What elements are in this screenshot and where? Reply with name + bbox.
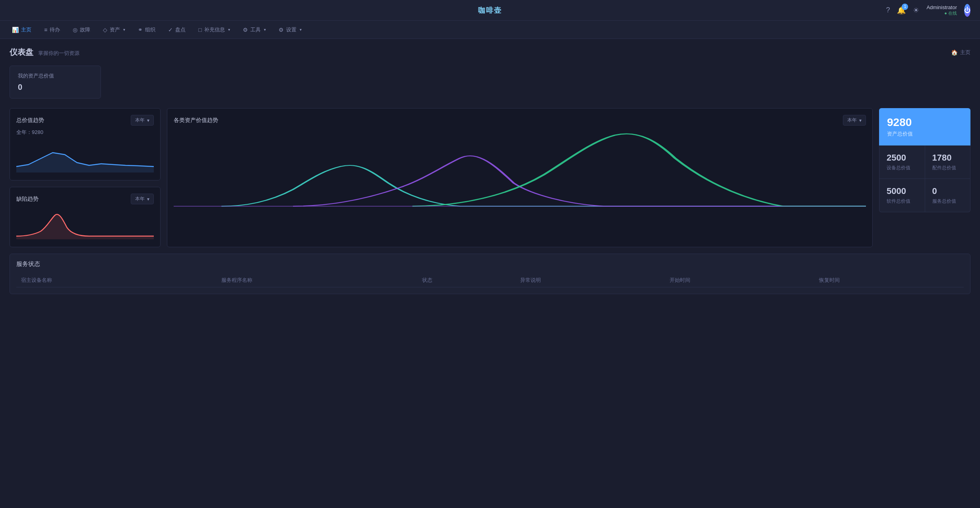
nav-label-todo: 待办 <box>50 26 60 33</box>
topbar: 咖啡壶 ? 🔔 1 ☀ Administrator 在线 ⏻ <box>0 0 980 21</box>
category-chart-title: 各类资产价值趋势 <box>174 117 218 124</box>
stat-card-service: 0 服务总价值 <box>925 179 970 212</box>
stat-parts-number: 1780 <box>932 153 963 163</box>
home-icon: 📊 <box>12 27 19 33</box>
topbar-right: ? 🔔 1 ☀ Administrator 在线 ⏻ <box>891 4 970 17</box>
col-start-time: 开始时间 <box>665 273 814 287</box>
defect-trend-header: 缺陷趋势 本年 ▾ <box>16 194 154 204</box>
nav-item-asset[interactable]: ◇ 资产 ▾ <box>97 23 131 37</box>
asset-value-label: 我的资产总价值 <box>18 72 93 79</box>
svg-marker-0 <box>16 153 154 173</box>
inventory-icon: ✓ <box>168 27 173 33</box>
stat-software-number: 5000 <box>887 186 918 196</box>
defect-trend-chart-card: 缺陷趋势 本年 ▾ <box>10 187 161 247</box>
col-service-name: 服务程序名称 <box>217 273 417 287</box>
tools-icon: ⚙ <box>243 27 248 33</box>
stat-card-total: 9280 资产总价值 <box>879 108 970 145</box>
category-chart-dropdown-arrow: ▾ <box>859 118 862 123</box>
defect-trend-title: 缺陷趋势 <box>16 196 39 203</box>
charts-row: 总价值趋势 本年 ▾ 全年：9280 缺陷趋势 <box>10 108 970 247</box>
stat-total-label: 资产总价值 <box>887 130 963 138</box>
nav-label-supplement: 补充信息 <box>204 26 225 33</box>
category-chart-header: 各类资产价值趋势 本年 ▾ <box>174 115 866 126</box>
service-table-header-row: 宿主设备名称 服务程序名称 状态 异常说明 开始时间 恢复时间 <box>16 273 964 287</box>
stat-software-label: 软件总价值 <box>887 198 918 205</box>
service-table: 宿主设备名称 服务程序名称 状态 异常说明 开始时间 恢复时间 <box>16 273 964 287</box>
app-title: 咖啡壶 <box>89 6 891 15</box>
nav-item-tools[interactable]: ⚙ 工具 ▾ <box>237 23 271 37</box>
page-title-area: 仪表盘 掌握你的一切资源 <box>10 47 79 58</box>
total-trend-period-label: 本年 <box>135 117 145 124</box>
nav-label-asset: 资产 <box>110 26 120 33</box>
defect-trend-dropdown-arrow: ▾ <box>147 196 149 202</box>
supplement-dropdown-arrow: ▾ <box>228 27 230 32</box>
service-table-head: 宿主设备名称 服务程序名称 状态 异常说明 开始时间 恢复时间 <box>16 273 964 287</box>
stat-card-equipment: 2500 设备总价值 <box>879 145 925 178</box>
col-host-device: 宿主设备名称 <box>16 273 217 287</box>
org-icon: ⚭ <box>138 27 143 33</box>
asset-value-card: 我的资产总价值 0 <box>10 66 101 99</box>
stat-card-software: 5000 软件总价值 <box>879 179 925 212</box>
service-status-title: 服务状态 <box>16 260 964 268</box>
total-trend-header: 总价值趋势 本年 ▾ <box>16 115 154 126</box>
nav-label-settings: 设置 <box>286 26 296 33</box>
page-subtitle: 掌握你的一切资源 <box>38 50 79 57</box>
col-exception: 异常说明 <box>515 273 665 287</box>
nav-item-todo[interactable]: ≡ 待办 <box>39 23 66 37</box>
stat-parts-label: 配件总价值 <box>932 165 963 171</box>
theme-icon[interactable]: ☀ <box>913 6 919 15</box>
nav-label-fault: 故障 <box>80 26 90 33</box>
todo-icon: ≡ <box>44 27 47 33</box>
nav-item-inventory[interactable]: ✓ 盘点 <box>163 23 191 37</box>
stat-service-number: 0 <box>932 186 963 196</box>
stat-cards-grid: 2500 设备总价值 1780 配件总价值 5000 软件总价值 0 服务总价值 <box>879 145 970 212</box>
nav-label-tools: 工具 <box>250 26 261 33</box>
nav-label-org: 组织 <box>145 26 155 33</box>
stat-card-parts: 1780 配件总价值 <box>925 145 970 178</box>
total-trend-period-select[interactable]: 本年 ▾ <box>131 115 154 126</box>
total-trend-dropdown-arrow: ▾ <box>147 118 149 123</box>
notification-icon[interactable]: 🔔 1 <box>897 6 906 15</box>
asset-dropdown-arrow: ▾ <box>123 27 125 32</box>
supplement-icon: □ <box>198 27 201 33</box>
nav-label-home: 主页 <box>21 26 31 33</box>
category-chart-period-select[interactable]: 本年 ▾ <box>843 115 866 126</box>
total-trend-svg <box>16 141 154 173</box>
user-name: Administrator <box>926 4 957 10</box>
asset-value-number: 0 <box>18 83 93 92</box>
nav-label-inventory: 盘点 <box>175 26 186 33</box>
stat-equipment-label: 设备总价值 <box>887 165 918 171</box>
stat-service-label: 服务总价值 <box>932 198 963 205</box>
settings-dropdown-arrow: ▾ <box>300 27 302 32</box>
category-chart-svg <box>174 129 866 208</box>
category-chart-period-label: 本年 <box>847 117 857 124</box>
defect-trend-period-label: 本年 <box>135 196 145 202</box>
breadcrumb-label: 主页 <box>960 49 970 56</box>
total-trend-title: 总价值趋势 <box>16 117 44 124</box>
nav-item-settings[interactable]: ⚙ 设置 ▾ <box>273 23 307 37</box>
nav-item-home[interactable]: 📊 主页 <box>6 23 37 37</box>
total-trend-chart-card: 总价值趋势 本年 ▾ 全年：9280 <box>10 108 161 180</box>
power-button[interactable]: ⏻ <box>964 4 970 17</box>
right-stats: 9280 资产总价值 2500 设备总价值 1780 配件总价值 5000 软件… <box>879 108 970 247</box>
fault-icon: ◎ <box>73 27 77 33</box>
breadcrumb[interactable]: 🏠 主页 <box>951 49 970 56</box>
left-charts: 总价值趋势 本年 ▾ 全年：9280 缺陷趋势 <box>10 108 161 247</box>
nav-item-fault[interactable]: ◎ 故障 <box>67 23 96 37</box>
defect-trend-period-select[interactable]: 本年 ▾ <box>131 194 154 204</box>
page-title: 仪表盘 <box>10 47 33 58</box>
col-recovery-time: 恢复时间 <box>814 273 964 287</box>
user-info: Administrator 在线 <box>926 4 957 16</box>
service-section: 服务状态 宿主设备名称 服务程序名称 状态 异常说明 开始时间 恢复时间 <box>10 254 970 294</box>
tools-dropdown-arrow: ▾ <box>264 27 266 32</box>
home-breadcrumb-icon: 🏠 <box>951 49 958 56</box>
asset-icon: ◇ <box>103 27 107 33</box>
defect-trend-svg <box>16 207 154 239</box>
help-icon[interactable]: ? <box>886 6 890 14</box>
page-header: 仪表盘 掌握你的一切资源 🏠 主页 <box>10 47 970 58</box>
category-chart-card: 各类资产价值趋势 本年 ▾ <box>167 108 873 247</box>
nav-item-supplement[interactable]: □ 补充信息 ▾ <box>193 23 235 37</box>
stat-equipment-number: 2500 <box>887 153 918 163</box>
nav-item-org[interactable]: ⚭ 组织 <box>132 23 161 37</box>
settings-icon: ⚙ <box>279 27 284 33</box>
